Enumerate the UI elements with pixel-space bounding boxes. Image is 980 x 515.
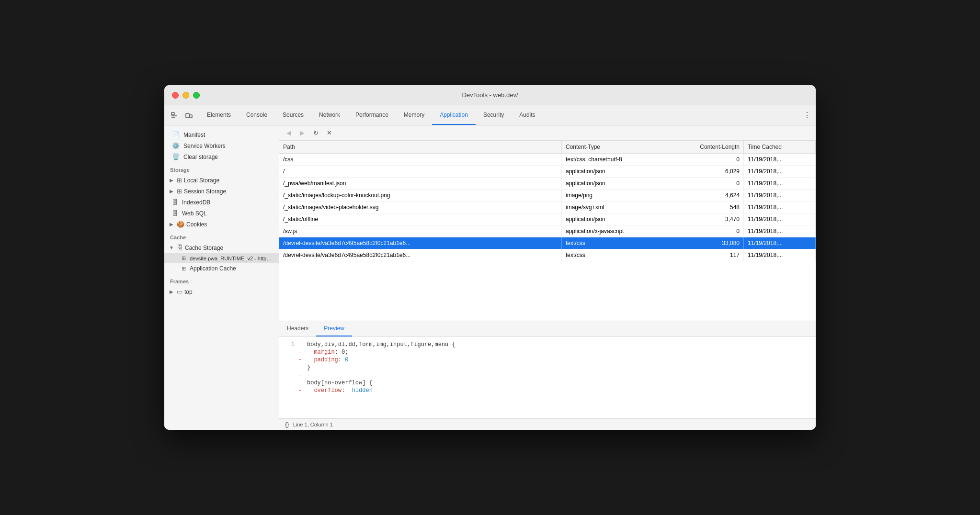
status-text: Line 1, Column 1 — [293, 422, 333, 427]
frames-section-label: Frames — [164, 274, 279, 286]
tab-performance[interactable]: Performance — [348, 105, 396, 125]
table-body: /css text/css; charset=utf-8 0 11/19/201… — [279, 154, 816, 321]
forward-button[interactable]: ▶ — [296, 127, 308, 139]
table-row[interactable]: /devrel-devsite/va3e6d7c495ae58d2f0c21ab… — [279, 237, 816, 249]
table-row[interactable]: /devrel-devsite/va3e6d7c495ae58d2f0c21ab… — [279, 249, 816, 261]
td-path: /devrel-devsite/va3e6d7c495ae58d2f0c21ab… — [279, 249, 562, 261]
session-storage-icon: ⊞ — [177, 188, 182, 195]
table-row[interactable]: /sw.js application/x-javascript 0 11/19/… — [279, 225, 816, 237]
service-workers-icon: ⚙️ — [172, 142, 180, 149]
preview-tabs: Headers Preview — [279, 321, 816, 337]
td-content-length: 3,470 — [667, 213, 744, 225]
table-row[interactable]: /_static/images/lockup-color-knockout.pn… — [279, 190, 816, 202]
local-storage-icon: ⊞ — [177, 177, 182, 184]
sidebar-item-web-sql[interactable]: 🗄 Web SQL — [164, 208, 279, 219]
td-content-type: text/css — [562, 249, 667, 261]
td-content-type: image/svg+xml — [562, 202, 667, 213]
table-row[interactable]: /css text/css; charset=utf-8 0 11/19/201… — [279, 154, 816, 166]
table-row[interactable]: /_static/offline application/json 3,470 … — [279, 213, 816, 225]
device-toggle-icon[interactable] — [182, 109, 195, 122]
code-line: 1 body,div,dl,dd,form,img,input,figure,m… — [279, 341, 816, 348]
clear-storage-icon: 🗑️ — [172, 153, 180, 160]
sidebar-item-manifest[interactable]: 📄 Manifest — [164, 129, 279, 140]
devtools-window: DevTools - web.dev/ Elements Console S — [164, 85, 816, 430]
td-content-type: image/png — [562, 190, 667, 201]
td-path: /_pwa/web/manifest.json — [279, 178, 562, 189]
tab-network[interactable]: Network — [311, 105, 348, 125]
back-button[interactable]: ◀ — [283, 127, 295, 139]
td-content-length: 0 — [667, 225, 744, 237]
td-content-length: 6,029 — [667, 166, 744, 177]
svg-rect-3 — [186, 113, 189, 118]
preview-tab-preview[interactable]: Preview — [316, 321, 352, 336]
tabs-list: Elements Console Sources Network Perform… — [199, 105, 798, 125]
td-content-length: 0 — [667, 178, 744, 189]
sidebar-item-session-storage[interactable]: ▶ ⊞ Session Storage — [164, 186, 279, 197]
close-button[interactable] — [172, 92, 179, 99]
code-line: - overflow: hidden — [279, 387, 816, 394]
devtools-body: 📄 Manifest ⚙️ Service Workers 🗑️ Clear s… — [164, 125, 816, 430]
tab-application[interactable]: Application — [432, 105, 476, 125]
td-time-cached: 11/19/2018,... — [744, 225, 816, 237]
th-content-type[interactable]: Content-Type — [562, 141, 667, 153]
status-icon: {} — [285, 421, 289, 428]
main-panel: ◀ ▶ ↻ ✕ Path Content-Type Content-Length… — [279, 125, 816, 430]
sidebar-item-indexeddb[interactable]: 🗄 IndexedDB — [164, 197, 279, 208]
delete-button[interactable]: ✕ — [323, 127, 335, 139]
expand-arrow-icon: ▶ — [168, 178, 175, 183]
td-time-cached: 11/19/2018,... — [744, 190, 816, 201]
sidebar-item-service-workers[interactable]: ⚙️ Service Workers — [164, 140, 279, 151]
td-path: /_static/images/video-placeholder.svg — [279, 202, 562, 213]
td-content-length: 4,624 — [667, 190, 744, 201]
tab-console[interactable]: Console — [239, 105, 275, 125]
app-cache-icon: ⊞ — [182, 266, 186, 272]
table-row[interactable]: /_pwa/web/manifest.json application/json… — [279, 178, 816, 190]
window-title: DevTools - web.dev/ — [462, 91, 518, 99]
sidebar-item-clear-storage[interactable]: 🗑️ Clear storage — [164, 151, 279, 162]
devtools-icon-group — [164, 105, 199, 125]
td-content-length: 0 — [667, 154, 744, 165]
td-time-cached: 11/19/2018,... — [744, 237, 816, 249]
sidebar: 📄 Manifest ⚙️ Service Workers 🗑️ Clear s… — [164, 125, 279, 430]
tab-elements[interactable]: Elements — [199, 105, 239, 125]
td-time-cached: 11/19/2018,... — [744, 249, 816, 261]
td-path: /css — [279, 154, 562, 165]
td-content-length: 117 — [667, 249, 744, 261]
th-path[interactable]: Path — [279, 141, 562, 153]
sidebar-item-frames-top[interactable]: ▶ ▭ top — [164, 286, 279, 297]
sidebar-item-cache-storage[interactable]: ▼ 🗄 Cache Storage — [164, 242, 279, 253]
td-path: /devrel-devsite/va3e6d7c495ae58d2f0c21ab… — [279, 237, 562, 249]
sidebar-item-application-cache[interactable]: ⊞ Application Cache — [164, 263, 279, 274]
td-time-cached: 11/19/2018,... — [744, 166, 816, 177]
tab-sources[interactable]: Sources — [275, 105, 311, 125]
code-line: body[no-overflow] { — [279, 379, 816, 387]
td-time-cached: 11/19/2018,... — [744, 178, 816, 189]
inspect-element-icon[interactable] — [168, 109, 181, 122]
more-tabs-button[interactable]: ⋮ — [798, 105, 816, 125]
sidebar-item-local-storage[interactable]: ▶ ⊞ Local Storage — [164, 175, 279, 186]
status-bar: {} Line 1, Column 1 — [279, 418, 816, 430]
preview-tab-headers[interactable]: Headers — [279, 321, 316, 336]
expand-arrow-icon: ▶ — [168, 289, 175, 294]
tab-memory[interactable]: Memory — [396, 105, 432, 125]
cache-table: Path Content-Type Content-Length Time Ca… — [279, 141, 816, 321]
table-row[interactable]: /_static/images/video-placeholder.svg im… — [279, 202, 816, 213]
tab-audits[interactable]: Audits — [512, 105, 543, 125]
th-time-cached[interactable]: Time Cached — [744, 141, 816, 153]
tab-security[interactable]: Security — [476, 105, 512, 125]
refresh-button[interactable]: ↻ — [310, 127, 321, 139]
th-content-length[interactable]: Content-Length — [667, 141, 744, 153]
expand-arrow-icon: ▼ — [168, 245, 175, 250]
td-content-type: text/css — [562, 237, 667, 249]
frame-icon: ▭ — [177, 288, 182, 295]
maximize-button[interactable] — [193, 92, 200, 99]
td-content-type: text/css; charset=utf-8 — [562, 154, 667, 165]
sidebar-item-cookies[interactable]: ▶ 🍪 Cookies — [164, 219, 279, 230]
td-time-cached: 11/19/2018,... — [744, 213, 816, 225]
td-content-length: 33,080 — [667, 237, 744, 249]
minimize-button[interactable] — [182, 92, 189, 99]
preview-panel: Headers Preview 1 body,div,dl,dd,form,im… — [279, 321, 816, 418]
sidebar-item-cache-entry[interactable]: ⊞ devsite.pwa_RUNTIME_v2 - https://web.c — [164, 253, 279, 263]
table-row[interactable]: / application/json 6,029 11/19/2018,... — [279, 166, 816, 178]
devtools-tabs-bar: Elements Console Sources Network Perform… — [164, 105, 816, 125]
